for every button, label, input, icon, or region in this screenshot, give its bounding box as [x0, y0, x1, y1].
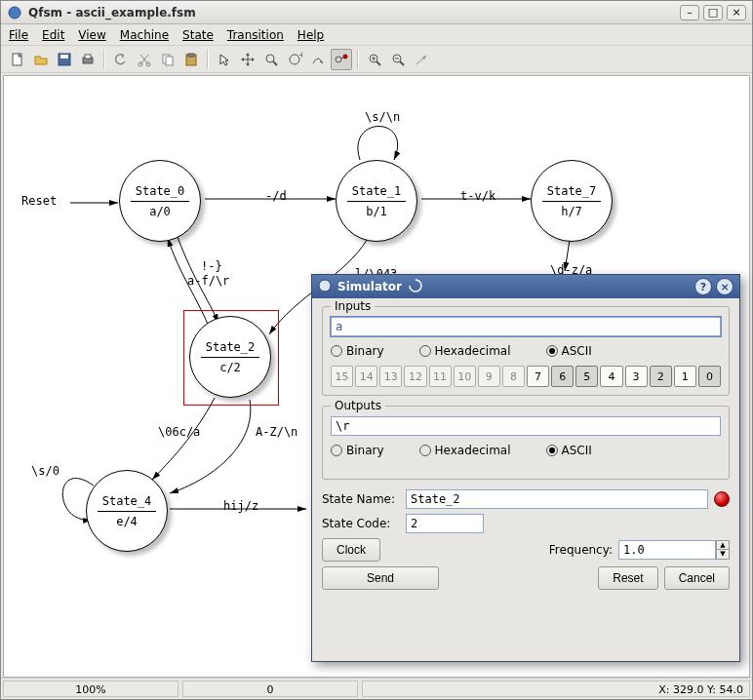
- freq-up-icon[interactable]: ▲: [716, 540, 730, 550]
- outputs-binary-radio[interactable]: Binary: [331, 444, 384, 457]
- t-s0-s2a-label[interactable]: !-}: [201, 259, 222, 273]
- menu-transition[interactable]: Transition: [227, 28, 284, 42]
- print-icon[interactable]: [77, 49, 99, 70]
- svg-rect-11: [188, 54, 194, 57]
- input-bit-8: 8: [502, 366, 525, 387]
- minimize-button[interactable]: –: [680, 5, 699, 20]
- simulator-titlebar[interactable]: Simulator ? ×: [312, 275, 739, 298]
- svg-line-20: [376, 61, 380, 65]
- close-button[interactable]: ×: [727, 5, 746, 20]
- freq-down-icon[interactable]: ▼: [716, 550, 730, 560]
- inputs-hex-radio[interactable]: Hexadecimal: [419, 344, 511, 358]
- cancel-button[interactable]: Cancel: [664, 566, 730, 590]
- menubar: File Edit View Machine State Transition …: [1, 24, 752, 46]
- dialog-close-button[interactable]: ×: [716, 278, 733, 295]
- undo-icon[interactable]: [110, 49, 132, 70]
- outputs-group: Outputs Binary Hexadecimal ASCII: [322, 406, 730, 480]
- reset-label: Reset: [21, 194, 57, 208]
- frequency-label: Frequency:: [549, 543, 613, 557]
- svg-rect-3: [60, 55, 68, 58]
- frequency-spinner[interactable]: [618, 540, 716, 560]
- svg-point-12: [266, 55, 274, 62]
- simulate-icon[interactable]: [331, 49, 352, 70]
- input-bit-9: 9: [478, 366, 500, 387]
- outputs-field: [331, 416, 721, 436]
- state-code-label: State Code:: [322, 517, 400, 530]
- inputs-binary-radio[interactable]: Binary: [331, 344, 384, 358]
- input-bit-7[interactable]: 7: [527, 366, 549, 387]
- inputs-group: Inputs Binary Hexadecimal ASCII 15141312…: [322, 306, 730, 396]
- input-bit-15: 15: [331, 366, 353, 387]
- input-bit-10: 10: [454, 366, 476, 387]
- zoom-in-icon[interactable]: [364, 49, 385, 70]
- paste-icon[interactable]: [180, 49, 202, 70]
- reset-button[interactable]: Reset: [598, 566, 657, 590]
- simulator-dialog: Simulator ? × Inputs Binary Hexadecimal …: [311, 274, 740, 662]
- inputs-ascii-radio[interactable]: ASCII: [546, 344, 592, 358]
- svg-rect-9: [166, 57, 173, 65]
- input-bit-12: 12: [404, 366, 426, 387]
- pointer-icon[interactable]: [214, 49, 235, 70]
- svg-point-0: [9, 7, 20, 19]
- t-s4-right-label[interactable]: hij/z: [223, 499, 258, 513]
- cut-icon[interactable]: [134, 49, 155, 70]
- input-bit-5[interactable]: 5: [575, 366, 598, 387]
- svg-point-17: [343, 55, 347, 58]
- copy-icon[interactable]: [157, 49, 178, 70]
- outputs-ascii-radio[interactable]: ASCII: [546, 444, 592, 457]
- dialog-help-button[interactable]: ?: [694, 278, 712, 295]
- menu-machine[interactable]: Machine: [120, 28, 169, 42]
- menu-view[interactable]: View: [78, 28, 105, 42]
- state-led-icon: [714, 491, 730, 507]
- send-button[interactable]: Send: [322, 566, 439, 590]
- open-icon[interactable]: [30, 49, 52, 70]
- menu-help[interactable]: Help: [297, 28, 324, 42]
- t-s0-s2b-label[interactable]: a-f/\r: [187, 274, 229, 288]
- input-bit-13: 13: [379, 366, 402, 387]
- status-selcount: 0: [182, 681, 358, 697]
- input-bit-1[interactable]: 1: [674, 366, 696, 387]
- svg-text:+: +: [298, 52, 302, 59]
- titlebar: Qfsm - ascii_example.fsm – □ ×: [1, 1, 752, 24]
- t-s4-loop-label[interactable]: \s/0: [31, 464, 59, 478]
- t-s1-s7-label[interactable]: t-v/k: [460, 189, 495, 203]
- zoom-out-icon[interactable]: [387, 49, 409, 70]
- input-bit-2[interactable]: 2: [650, 366, 672, 387]
- maximize-button[interactable]: □: [703, 5, 723, 20]
- simulator-title: Simulator: [337, 280, 402, 293]
- swirl-icon: [408, 278, 423, 296]
- t-s1-loop-label[interactable]: \s/\n: [365, 110, 400, 124]
- toolbar: +: [1, 46, 752, 73]
- t-s0-s1-label[interactable]: -/d: [265, 189, 287, 203]
- t-s2-s4b-label[interactable]: A-Z/\n: [256, 425, 297, 439]
- input-bit-6[interactable]: 6: [551, 366, 574, 387]
- new-icon[interactable]: [7, 49, 28, 70]
- status-zoom: 100%: [3, 681, 178, 697]
- app-icon: [7, 5, 22, 20]
- save-icon[interactable]: [54, 49, 75, 70]
- transition-straight-icon[interactable]: [411, 49, 432, 70]
- menu-state[interactable]: State: [182, 28, 214, 42]
- state-name-field: [406, 489, 708, 509]
- pan-icon[interactable]: [237, 49, 258, 70]
- simulator-icon: [318, 279, 332, 295]
- t-s2-s4a-label[interactable]: \06c/a: [158, 425, 200, 439]
- new-transition-icon[interactable]: [307, 49, 329, 70]
- new-state-icon[interactable]: +: [284, 49, 305, 70]
- clock-button[interactable]: Clock: [322, 538, 380, 562]
- statusbar: 100% 0 X: 329.0 Y: 54.0: [1, 678, 752, 699]
- svg-line-24: [400, 61, 404, 65]
- zoom-area-icon[interactable]: [260, 49, 282, 70]
- input-bit-11: 11: [429, 366, 452, 387]
- status-coords: X: 329.0 Y: 54.0: [362, 681, 750, 697]
- input-bits: 1514131211109876543210: [331, 366, 721, 387]
- input-bit-0[interactable]: 0: [698, 366, 721, 387]
- menu-file[interactable]: File: [9, 28, 28, 42]
- menu-edit[interactable]: Edit: [42, 28, 64, 42]
- window-title: Qfsm - ascii_example.fsm: [28, 6, 680, 19]
- input-bit-4[interactable]: 4: [600, 366, 622, 387]
- outputs-hex-radio[interactable]: Hexadecimal: [419, 444, 511, 457]
- svg-point-32: [319, 280, 331, 292]
- input-bit-3[interactable]: 3: [625, 366, 648, 387]
- inputs-field[interactable]: [331, 317, 721, 336]
